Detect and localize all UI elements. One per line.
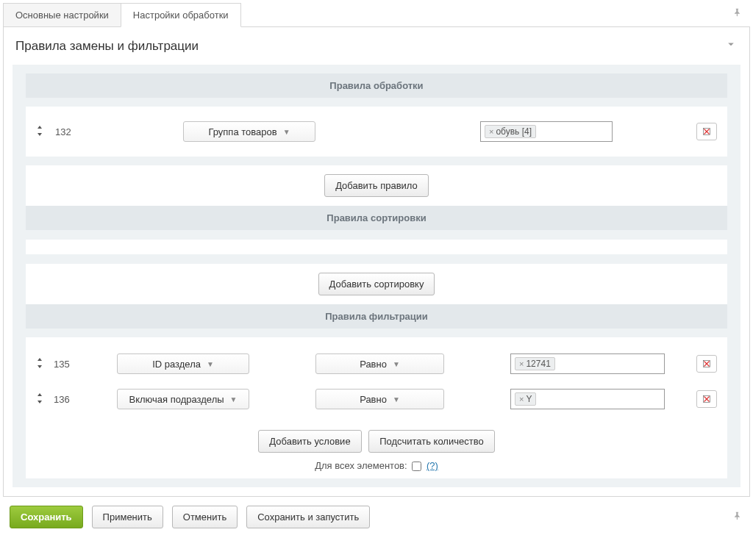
add-condition-button[interactable]: Добавить условие [258, 430, 361, 453]
panel-title: Правила замены и фильтрации [15, 39, 199, 54]
section-filtering-title: Правила фильтрации [26, 304, 727, 329]
processing-rule-row: 132 Группа товаров ▼ × обувь [4] [26, 107, 727, 157]
section-sorting-title: Правила сортировки [26, 206, 727, 230]
sorting-empty-row [26, 239, 727, 255]
delete-filter-button[interactable] [696, 355, 717, 373]
filter-id: 135 [54, 359, 73, 370]
rule-id: 132 [55, 126, 77, 137]
caret-icon: ▼ [393, 395, 400, 403]
caret-icon: ▼ [230, 395, 238, 403]
section-processing-body: 132 Группа товаров ▼ × обувь [4] [26, 107, 727, 157]
token[interactable]: × обувь [4] [485, 125, 536, 138]
add-rule-button[interactable]: Добавить правило [324, 174, 429, 197]
section-processing-title: Правила обработки [26, 73, 727, 98]
delete-filter-button[interactable] [696, 390, 717, 408]
for-all-row: Для всех элементов: (?) [26, 457, 727, 478]
add-sort-button[interactable]: Добавить сортировку [318, 273, 435, 295]
rule-value-input[interactable]: × обувь [4] [480, 121, 613, 142]
add-sort-belt: Добавить сортировку [26, 264, 727, 304]
filter-field-select[interactable]: Включая подразделы ▼ [117, 389, 249, 409]
save-button[interactable]: Сохранить [10, 506, 83, 528]
filter-row: 136 Включая подразделы ▼ Равно ▼ × [26, 381, 727, 417]
drag-handle-icon[interactable] [36, 126, 43, 138]
caret-icon: ▼ [283, 128, 290, 136]
filter-field-select[interactable]: ID раздела ▼ [117, 353, 249, 374]
drag-handle-icon[interactable] [36, 358, 43, 370]
cancel-button[interactable]: Отменить [172, 506, 238, 528]
content-area: Правила обработки 132 Группа товаров ▼ [13, 65, 740, 487]
for-all-checkbox[interactable] [412, 462, 421, 471]
caret-icon: ▼ [207, 360, 214, 368]
save-run-button[interactable]: Сохранить и запустить [246, 506, 370, 528]
filter-id: 136 [54, 394, 73, 405]
rule-field-select[interactable]: Группа товаров ▼ [183, 121, 315, 142]
rule-field-label: Группа товаров [208, 126, 276, 137]
tabs-bar: Основные настройки Настройки обработки [3, 3, 750, 27]
for-all-label: Для всех элементов: [315, 460, 407, 471]
caret-icon: ▼ [393, 360, 400, 368]
filter-value-input[interactable]: × Y [510, 389, 665, 409]
for-all-help-link[interactable]: (?) [427, 460, 438, 471]
token-text: 12741 [526, 359, 550, 369]
delete-rule-button[interactable] [696, 123, 717, 140]
pin-icon[interactable] [725, 3, 750, 26]
token-text: Y [526, 394, 532, 404]
pin-icon[interactable] [729, 508, 746, 526]
tab-main[interactable]: Основные настройки [3, 3, 121, 26]
filter-op-label: Равно [360, 394, 387, 405]
count-button[interactable]: Подсчитать количество [368, 430, 494, 453]
section-filtering-body: 135 ID раздела ▼ Равно ▼ × [26, 337, 727, 478]
token-text: обувь [4] [496, 126, 532, 137]
token-remove-icon[interactable]: × [519, 359, 524, 368]
token-remove-icon[interactable]: × [519, 395, 524, 403]
filter-row: 135 ID раздела ▼ Равно ▼ × [26, 346, 727, 381]
footer-buttons: Сохранить Применить Отменить Сохранить и… [3, 497, 750, 531]
filter-value-input[interactable]: × 12741 [510, 353, 665, 374]
apply-button[interactable]: Применить [92, 506, 163, 528]
panel-header: Правила замены и фильтрации [4, 27, 749, 65]
filter-op-label: Равно [360, 359, 387, 370]
token-remove-icon[interactable]: × [489, 127, 493, 136]
drag-handle-icon[interactable] [36, 393, 43, 406]
panel: Правила замены и фильтрации Правила обра… [3, 27, 750, 497]
filter-field-label: ID раздела [152, 359, 201, 370]
filter-field-label: Включая подразделы [129, 394, 224, 405]
tab-processing[interactable]: Настройки обработки [121, 3, 241, 27]
chevron-down-icon[interactable] [724, 37, 738, 54]
filter-op-select[interactable]: Равно ▼ [315, 389, 444, 409]
filter-op-select[interactable]: Равно ▼ [315, 353, 444, 374]
filter-buttons-belt: Добавить условие Подсчитать количество [26, 417, 727, 457]
token[interactable]: × 12741 [515, 357, 555, 370]
token[interactable]: × Y [515, 392, 536, 406]
add-rule-belt: Добавить правило [26, 165, 727, 206]
